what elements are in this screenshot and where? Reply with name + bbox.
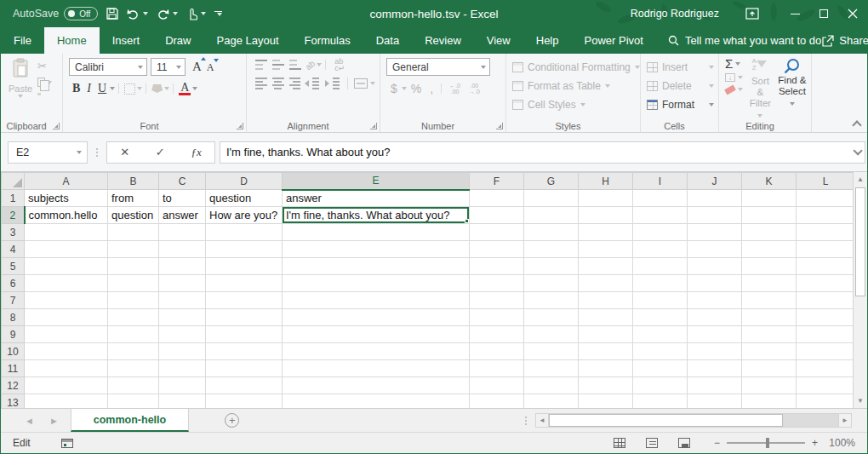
percent-format-button[interactable]: % [407, 82, 425, 95]
cut-button[interactable]: ✂ [37, 60, 52, 72]
cell-K4[interactable] [742, 241, 797, 258]
cell-F5[interactable] [470, 258, 524, 275]
cell-F12[interactable] [470, 377, 524, 394]
cell-C4[interactable] [159, 241, 206, 258]
cell-B12[interactable] [108, 377, 159, 394]
cell-A9[interactable] [25, 326, 108, 343]
cell-E1[interactable]: answer [283, 190, 470, 207]
zoom-slider[interactable] [727, 442, 805, 444]
alignment-dialog-launcher[interactable] [370, 123, 377, 129]
cell-H7[interactable] [579, 292, 633, 309]
cell-K2[interactable] [742, 207, 797, 224]
cell-F10[interactable] [470, 343, 524, 360]
cell-F4[interactable] [470, 241, 524, 258]
tab-help[interactable]: Help [523, 27, 572, 54]
cell-I9[interactable] [633, 326, 688, 343]
cell-A5[interactable] [25, 258, 108, 275]
number-format-combo[interactable]: General [386, 58, 490, 76]
cell-D7[interactable] [206, 292, 283, 309]
tab-page-layout[interactable]: Page Layout [204, 27, 292, 54]
orientation-dropdown[interactable] [317, 63, 322, 66]
autosave-control[interactable]: AutoSave Off [13, 7, 98, 20]
cell-G5[interactable] [524, 258, 579, 275]
zoom-level[interactable]: 100% [825, 437, 855, 449]
save-button[interactable] [106, 8, 118, 20]
cell-G4[interactable] [524, 241, 579, 258]
tab-home[interactable]: Home [44, 27, 100, 54]
cell-B3[interactable] [108, 224, 159, 241]
cell-D5[interactable] [206, 258, 283, 275]
name-box[interactable]: E2 [8, 141, 88, 164]
cell-J2[interactable] [688, 207, 742, 224]
cell-A10[interactable] [25, 343, 108, 360]
cell-I6[interactable] [633, 275, 688, 292]
cell-F13[interactable] [470, 394, 524, 409]
cell-H5[interactable] [579, 258, 633, 275]
scroll-left-button[interactable]: ◄ [535, 413, 549, 428]
cell-J5[interactable] [688, 258, 742, 275]
tab-power-pivot[interactable]: Power Pivot [572, 27, 656, 54]
share-button[interactable]: Share [821, 34, 868, 47]
cell-K12[interactable] [742, 377, 797, 394]
cell-J9[interactable] [688, 326, 742, 343]
cell-A7[interactable] [25, 292, 108, 309]
insert-function-button[interactable]: ƒx [191, 146, 201, 159]
undo-button[interactable] [127, 9, 148, 20]
cell-L5[interactable] [797, 258, 855, 275]
cell-G3[interactable] [524, 224, 579, 241]
cell-C1[interactable]: to [159, 190, 206, 207]
conditional-formatting-button[interactable]: Conditional Formatting [512, 58, 636, 77]
cell-J3[interactable] [688, 224, 742, 241]
row-header-10[interactable]: 10 [2, 343, 25, 360]
touch-mode-dropdown[interactable] [201, 12, 206, 15]
column-header-I[interactable]: I [633, 173, 688, 190]
merge-center-dropdown[interactable] [370, 82, 375, 85]
normal-view-icon[interactable] [614, 438, 625, 448]
column-header-K[interactable]: K [742, 173, 797, 190]
cell-B4[interactable] [108, 241, 159, 258]
redo-button[interactable] [157, 9, 178, 20]
cell-J11[interactable] [688, 360, 742, 377]
cell-L6[interactable] [797, 275, 855, 292]
font-color-dropdown[interactable] [192, 87, 197, 90]
decrease-font-size-button[interactable]: A [207, 61, 214, 74]
column-header-E[interactable]: E [283, 173, 470, 190]
cell-A13[interactable] [25, 394, 108, 409]
align-left-icon[interactable] [255, 78, 267, 89]
cell-B8[interactable] [108, 309, 159, 326]
cell-H4[interactable] [579, 241, 633, 258]
font-size-combo[interactable]: 11 [151, 58, 186, 76]
ribbon-display-options-button[interactable] [738, 0, 767, 27]
cell-L10[interactable] [797, 343, 855, 360]
expand-formula-bar-icon[interactable] [853, 146, 862, 155]
cell-K10[interactable] [742, 343, 797, 360]
cell-D4[interactable] [206, 241, 283, 258]
format-cells-button[interactable]: Format [647, 95, 714, 114]
tab-formulas[interactable]: Formulas [292, 27, 363, 54]
row-header-9[interactable]: 9 [2, 326, 25, 343]
cell-F6[interactable] [470, 275, 524, 292]
new-sheet-button[interactable]: + [225, 413, 239, 428]
fill-handle[interactable] [465, 219, 469, 223]
autosum-button[interactable]: Σ [725, 58, 740, 70]
tell-me-box[interactable]: Tell me what you want to do [668, 27, 821, 54]
column-header-J[interactable]: J [688, 173, 742, 190]
column-header-F[interactable]: F [470, 173, 524, 190]
cell-F8[interactable] [470, 309, 524, 326]
cell-L12[interactable] [797, 377, 855, 394]
cell-G8[interactable] [524, 309, 579, 326]
cell-I12[interactable] [633, 377, 688, 394]
delete-cells-button[interactable]: Delete [647, 77, 714, 95]
cell-G9[interactable] [524, 326, 579, 343]
cell-L11[interactable] [797, 360, 855, 377]
cell-C6[interactable] [159, 275, 206, 292]
middle-align-icon[interactable] [272, 60, 284, 70]
underline-dropdown[interactable] [110, 87, 115, 90]
row-header-6[interactable]: 6 [2, 275, 25, 292]
tab-draw[interactable]: Draw [152, 27, 203, 54]
cell-H13[interactable] [579, 394, 633, 409]
cell-C13[interactable] [159, 394, 206, 409]
previous-sheet-button[interactable]: ◄ [25, 416, 34, 426]
cell-K6[interactable] [742, 275, 797, 292]
column-header-C[interactable]: C [159, 173, 206, 190]
